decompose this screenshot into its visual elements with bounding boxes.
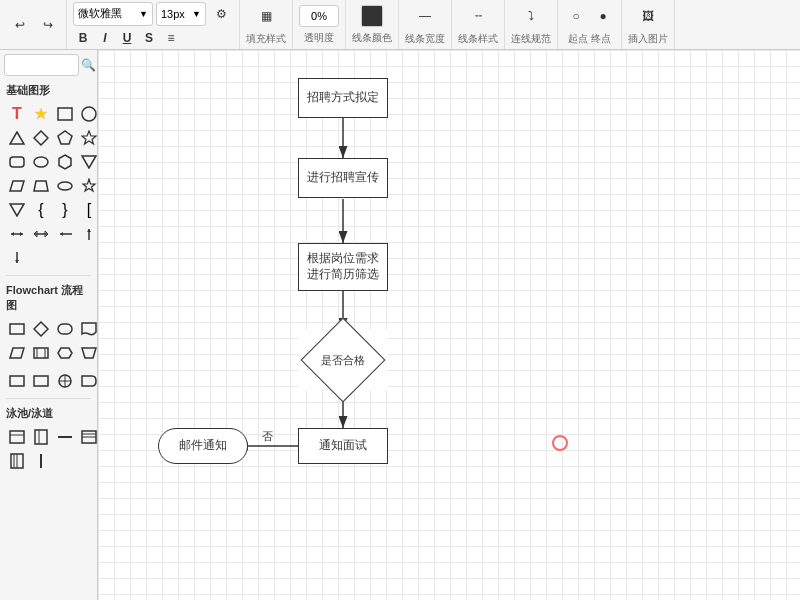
- svg-point-2: [82, 107, 96, 121]
- end-point-button[interactable]: ●: [591, 4, 615, 28]
- shape-rounded-rect[interactable]: [6, 151, 28, 173]
- svg-marker-3: [10, 132, 24, 144]
- fc-predefined[interactable]: [30, 342, 52, 364]
- opacity-input[interactable]: [299, 5, 339, 27]
- insert-image-button[interactable]: 🖼: [630, 4, 666, 28]
- main-area: 🔍 基础图形 T: [0, 50, 800, 600]
- node-recruitment-promo[interactable]: 进行招聘宣传: [298, 158, 388, 198]
- undo-button[interactable]: ↩: [8, 13, 32, 37]
- svg-marker-0: [35, 108, 47, 119]
- line-style-label: 线条样式: [458, 32, 498, 46]
- svg-point-13: [58, 182, 72, 190]
- svg-rect-44: [35, 430, 47, 444]
- line-color-swatch[interactable]: [361, 5, 383, 27]
- start-point-button[interactable]: ○: [564, 4, 588, 28]
- pool-2lane-h[interactable]: [78, 426, 98, 448]
- shape-trapezoid[interactable]: [30, 175, 52, 197]
- pool-h[interactable]: [6, 426, 28, 448]
- connect-style-label: 连线规范: [511, 32, 551, 46]
- fc-delay[interactable]: [78, 370, 98, 392]
- shape-hexagon[interactable]: [54, 151, 76, 173]
- fc-summing[interactable]: [54, 370, 76, 392]
- shape-rect[interactable]: [54, 103, 76, 125]
- node-resume-screening[interactable]: 根据岗位需求 进行简历筛选: [298, 243, 388, 291]
- align-left-button[interactable]: ≡: [161, 28, 181, 48]
- fc-decision[interactable]: [30, 318, 52, 340]
- shape-down-triangle[interactable]: [78, 151, 98, 173]
- flowchart-shapes-grid-2: [0, 368, 97, 394]
- node-email-notify[interactable]: 邮件通知: [158, 428, 248, 464]
- search-button[interactable]: 🔍: [81, 56, 96, 74]
- fc-preparation[interactable]: [54, 342, 76, 364]
- shape-text[interactable]: T: [6, 103, 28, 125]
- line-width-button[interactable]: —: [409, 4, 441, 28]
- node-recruitment-plan[interactable]: 招聘方式拟定: [298, 78, 388, 118]
- font-size-dropdown[interactable]: 13px ▼: [156, 2, 206, 26]
- fc-or[interactable]: [30, 370, 52, 392]
- shape-right-brace[interactable]: }: [54, 199, 76, 221]
- svg-marker-29: [34, 322, 48, 336]
- pool-divider-v[interactable]: [30, 450, 52, 472]
- node-interview-notify[interactable]: 通知面试: [298, 428, 388, 464]
- search-box: 🔍: [0, 50, 97, 80]
- shape-star-yellow[interactable]: [30, 103, 52, 125]
- flowchart-title: Flowchart 流程图: [0, 280, 97, 316]
- pool-divider-h[interactable]: [54, 426, 76, 448]
- redo-button[interactable]: ↪: [36, 13, 60, 37]
- node-interview-notify-text: 通知面试: [319, 438, 367, 454]
- svg-rect-28: [10, 324, 24, 334]
- shape-triangle[interactable]: [6, 127, 28, 149]
- svg-rect-1: [58, 108, 72, 120]
- cursor-indicator: [552, 435, 568, 451]
- node-qualified-decision[interactable]: 是否合格: [298, 330, 388, 390]
- font-options-button[interactable]: ⚙: [209, 2, 233, 26]
- shape-circle[interactable]: [78, 103, 98, 125]
- shape-diamond[interactable]: [30, 127, 52, 149]
- underline-button[interactable]: U: [117, 28, 137, 48]
- line-color-label: 线条颜色: [352, 31, 392, 45]
- fc-terminal[interactable]: [54, 318, 76, 340]
- italic-button[interactable]: I: [95, 28, 115, 48]
- line-style-button[interactable]: ╌: [462, 4, 494, 28]
- svg-marker-23: [60, 232, 63, 236]
- shape-arrow-left[interactable]: [54, 223, 76, 245]
- fc-data[interactable]: [6, 342, 28, 364]
- canvas-content: 否 招聘方式拟定 进行招聘宣传 根据岗位需求 进行简历筛选 是否合格 通知面试: [98, 50, 800, 600]
- pool-shapes-grid: [0, 424, 97, 474]
- shape-double-arrow-h[interactable]: [6, 223, 28, 245]
- connect-style-button[interactable]: ⤵: [515, 4, 547, 28]
- fc-process[interactable]: [6, 318, 28, 340]
- shape-star-outline[interactable]: [78, 175, 98, 197]
- shape-inv-triangle[interactable]: [6, 199, 28, 221]
- pool-2lane-v[interactable]: [6, 450, 28, 472]
- shape-arrow-down[interactable]: [6, 247, 28, 269]
- shape-star[interactable]: [78, 127, 98, 149]
- canvas-area[interactable]: 否 招聘方式拟定 进行招聘宣传 根据岗位需求 进行简历筛选 是否合格 通知面试: [98, 50, 800, 600]
- fc-connector[interactable]: [6, 370, 28, 392]
- svg-marker-35: [58, 348, 72, 358]
- bold-button[interactable]: B: [73, 28, 93, 48]
- shape-bracket-left[interactable]: [: [78, 199, 98, 221]
- pool-title: 泳池/泳道: [0, 403, 97, 424]
- insert-section: 🖼 插入图片: [628, 0, 675, 49]
- shape-parallelogram[interactable]: [6, 175, 28, 197]
- pool-v[interactable]: [30, 426, 52, 448]
- svg-marker-31: [10, 348, 24, 358]
- basic-shapes-title: 基础图形: [0, 80, 97, 101]
- svg-rect-38: [34, 376, 48, 386]
- start-point-label: 起点: [568, 32, 588, 46]
- shape-arrow-up[interactable]: [78, 223, 98, 245]
- shape-ellipse[interactable]: [30, 151, 52, 173]
- shape-oval[interactable]: [54, 175, 76, 197]
- svg-marker-18: [20, 232, 23, 236]
- shape-left-brace[interactable]: {: [30, 199, 52, 221]
- fc-manual[interactable]: [78, 342, 98, 364]
- fc-document[interactable]: [78, 318, 98, 340]
- section-divider-2: [6, 398, 91, 399]
- search-input[interactable]: [4, 54, 79, 76]
- shape-double-arrow-h2[interactable]: [30, 223, 52, 245]
- fill-style-button[interactable]: ▦: [250, 4, 282, 28]
- font-name-dropdown[interactable]: 微软雅黑 ▼: [73, 2, 153, 26]
- shape-pentagon[interactable]: [54, 127, 76, 149]
- strikethrough-button[interactable]: S: [139, 28, 159, 48]
